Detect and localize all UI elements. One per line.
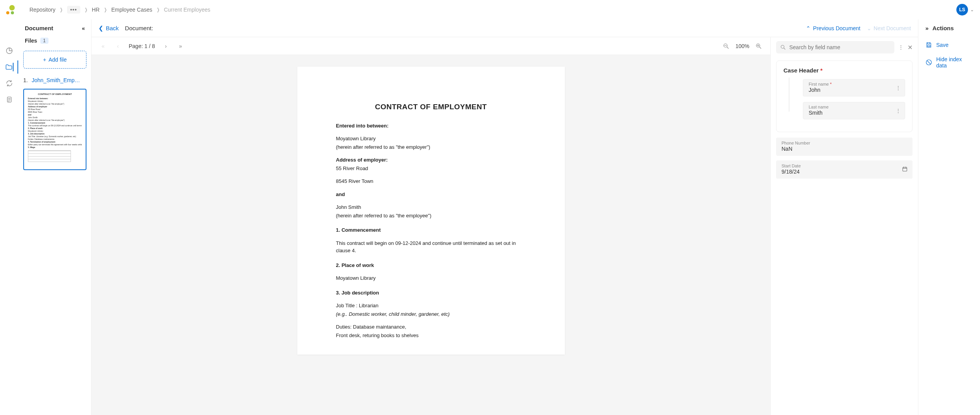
- case-header-title: Case Header*: [783, 67, 905, 74]
- folder-icon[interactable]: [5, 63, 14, 71]
- svg-line-9: [784, 48, 785, 49]
- file-item[interactable]: 1. John_Smith_Emp…: [19, 74, 91, 86]
- document-page: CONTRACT OF EMPLOYMENT Entered into betw…: [297, 67, 565, 355]
- svg-line-2: [727, 47, 728, 48]
- file-name: John_Smith_Emp…: [32, 77, 80, 83]
- chevron-left-icon: ❮: [98, 25, 104, 32]
- next-document-label: Next Document: [874, 25, 911, 31]
- hide-index-data-button[interactable]: Hide index data: [925, 52, 973, 72]
- chevron-right-icon: ❭: [84, 7, 88, 12]
- breadcrumb-ellipsis[interactable]: •••: [67, 6, 80, 14]
- pie-icon[interactable]: [5, 46, 14, 55]
- first-page-icon: «: [99, 43, 107, 49]
- svg-point-8: [781, 45, 784, 48]
- chevron-right-icon: ❭: [156, 7, 160, 12]
- document-title-label: Document:: [125, 25, 153, 31]
- back-label: Back: [106, 25, 119, 31]
- save-icon: [925, 41, 932, 48]
- first-name-field[interactable]: First name * John ⋮: [803, 79, 905, 96]
- close-icon[interactable]: ✕: [908, 44, 913, 51]
- expand-right-icon[interactable]: »: [925, 25, 928, 31]
- more-icon[interactable]: ⋮: [895, 108, 901, 114]
- chevron-down-icon: ⌄: [867, 25, 871, 31]
- next-document-button: ⌄ Next Document: [867, 25, 911, 31]
- clipboard-icon[interactable]: [5, 95, 14, 104]
- app-logo: [6, 5, 16, 14]
- calendar-icon[interactable]: [902, 166, 908, 173]
- zoom-out-icon[interactable]: [722, 43, 730, 50]
- search-field-name[interactable]: [776, 41, 894, 53]
- files-count-badge: 1: [40, 38, 48, 44]
- breadcrumb: Repository ❭ ••• ❭ HR ❭ Employee Cases ❭…: [29, 6, 210, 14]
- next-page-icon[interactable]: ›: [162, 43, 170, 49]
- page-thumbnail[interactable]: CONTRACT OF EMPLOYMENT Entered into betw…: [23, 89, 86, 170]
- svg-line-16: [927, 61, 930, 64]
- breadcrumb-hr[interactable]: HR: [92, 7, 100, 13]
- svg-line-5: [759, 47, 761, 48]
- previous-document-label: Previous Document: [813, 25, 860, 31]
- zoom-in-icon[interactable]: [755, 43, 763, 50]
- hide-index-data-label: Hide index data: [936, 56, 973, 69]
- collapse-left-icon[interactable]: «: [82, 25, 85, 31]
- prev-page-icon: ‹: [114, 43, 122, 49]
- contract-title: CONTRACT OF EMPLOYMENT: [336, 102, 526, 113]
- files-panel-title: Document: [25, 25, 53, 31]
- save-button[interactable]: Save: [925, 38, 973, 52]
- chevron-down-icon: ⌄: [970, 7, 974, 12]
- breadcrumb-current: Current Employees: [164, 7, 210, 13]
- search-icon: [780, 44, 786, 50]
- add-file-button[interactable]: + Add file: [23, 51, 86, 69]
- start-date-field[interactable]: Start Date 9/18/24: [776, 160, 913, 179]
- page-indicator: Page: 1 / 8: [129, 43, 155, 49]
- breadcrumb-repository[interactable]: Repository: [29, 7, 55, 13]
- phone-number-field[interactable]: Phone Number NaN: [776, 138, 913, 156]
- more-icon[interactable]: ⋮: [895, 85, 901, 91]
- chevron-right-icon: ❭: [104, 7, 107, 12]
- more-icon[interactable]: ⋮: [898, 44, 904, 50]
- back-button[interactable]: ❮ Back: [98, 25, 119, 32]
- chevron-right-icon: ❭: [59, 7, 63, 12]
- breadcrumb-employee-cases[interactable]: Employee Cases: [111, 7, 152, 13]
- zoom-level: 100%: [735, 43, 749, 49]
- chevron-up-icon: ⌃: [806, 25, 811, 31]
- last-page-icon[interactable]: »: [177, 43, 185, 49]
- last-name-field[interactable]: Last name Smith ⋮: [803, 102, 905, 119]
- svg-rect-10: [903, 167, 907, 171]
- actions-title: Actions: [932, 25, 954, 31]
- svg-rect-14: [928, 45, 930, 47]
- plus-icon: +: [43, 57, 46, 63]
- files-label: Files: [25, 38, 37, 44]
- avatar: LS: [956, 4, 968, 15]
- file-index: 1.: [23, 77, 28, 83]
- save-label: Save: [936, 42, 949, 48]
- hide-icon: [925, 59, 932, 66]
- previous-document-button[interactable]: ⌃ Previous Document: [806, 25, 860, 31]
- search-input[interactable]: [789, 44, 890, 50]
- add-file-label: Add file: [48, 57, 67, 63]
- user-menu[interactable]: LS ⌄: [956, 4, 974, 15]
- refresh-icon[interactable]: [5, 79, 14, 88]
